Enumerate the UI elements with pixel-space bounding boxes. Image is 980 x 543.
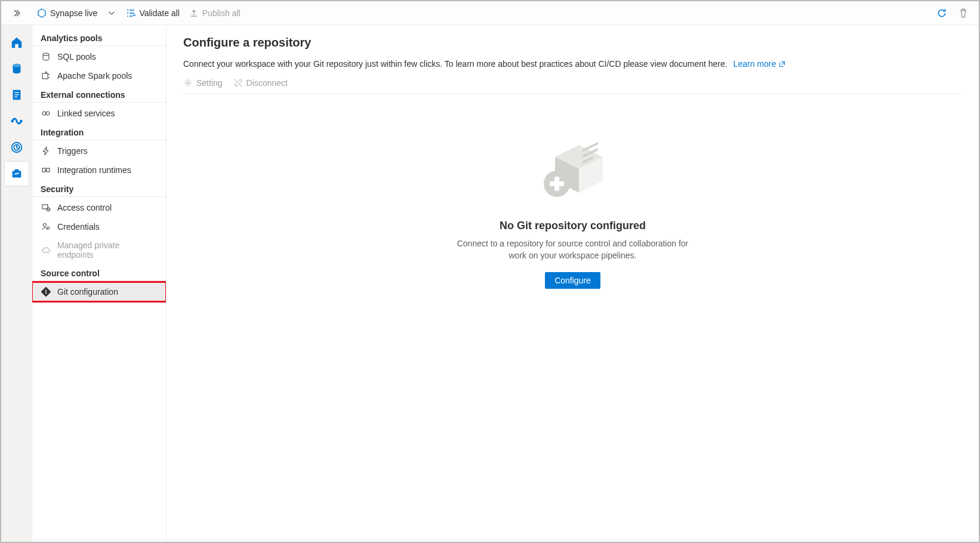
svg-point-7 — [11, 120, 14, 123]
empty-illustration — [534, 136, 612, 208]
svg-point-8 — [20, 120, 23, 123]
delete-button[interactable] — [953, 2, 974, 24]
svg-rect-18 — [47, 168, 50, 172]
sidebar-item-access-control[interactable]: Access control — [32, 198, 166, 217]
svg-rect-5 — [14, 94, 19, 95]
learn-more-link[interactable]: Learn more — [734, 59, 787, 69]
external-link-icon — [778, 60, 786, 68]
rail-develop[interactable] — [4, 82, 29, 107]
svg-rect-4 — [14, 92, 19, 92]
empty-heading: No Git repository configured — [500, 220, 646, 232]
disconnect-icon — [233, 78, 243, 88]
sidebar-item-sql-pools[interactable]: SQL pools — [32, 47, 166, 66]
checklist-icon — [126, 8, 135, 18]
action-row: Setting Disconnect — [183, 75, 962, 94]
sidebar-item-label: Git configuration — [57, 287, 118, 297]
rail-integrate[interactable] — [4, 109, 29, 134]
setting-button: Setting — [183, 78, 223, 88]
sidebar-item-label: Credentials — [57, 222, 100, 232]
svg-rect-14 — [42, 73, 48, 79]
validate-all-label: Validate all — [139, 8, 179, 18]
cloud-icon — [41, 245, 51, 255]
svg-point-13 — [43, 53, 49, 55]
publish-all-button: Publish all — [184, 1, 245, 24]
rail-monitor[interactable] — [4, 135, 29, 160]
sidebar-item-apache-spark-pools[interactable]: Apache Spark pools — [32, 66, 166, 85]
svg-rect-6 — [14, 97, 17, 97]
svg-point-16 — [46, 112, 50, 115]
rail-data[interactable] — [4, 56, 29, 81]
sidebar-item-managed-private-endpoints: Managed private endpoints — [32, 236, 166, 264]
spark-pools-icon — [41, 70, 51, 81]
svg-point-26 — [187, 82, 189, 84]
sql-pools-icon — [41, 51, 51, 62]
main-content: Configure a repository Connect your work… — [167, 25, 979, 542]
linked-services-icon — [41, 108, 51, 119]
svg-point-2 — [13, 64, 20, 67]
hexagon-icon — [37, 8, 47, 18]
configure-button[interactable]: Configure — [545, 272, 600, 289]
svg-point-20 — [47, 208, 50, 211]
rail-header — [1, 6, 32, 20]
gear-icon — [183, 78, 193, 88]
upload-icon — [189, 8, 199, 18]
credentials-icon — [41, 221, 51, 232]
section-analytics-pools: Analytics pools — [32, 33, 166, 46]
sidebar-item-git-configuration[interactable]: Git configuration — [32, 282, 166, 301]
publish-all-label: Publish all — [202, 8, 241, 18]
chevron-down-icon — [107, 8, 116, 18]
refresh-button[interactable] — [931, 2, 953, 24]
body: Analytics pools SQL pools Apache Spark p… — [1, 25, 979, 542]
section-source-control: Source control — [32, 264, 166, 281]
sidebar-item-label: Access control — [57, 203, 112, 212]
disconnect-button: Disconnect — [233, 78, 288, 88]
empty-subtext: Connect to a repository for source contr… — [448, 238, 698, 261]
manage-sidebar: Analytics pools SQL pools Apache Spark p… — [32, 25, 167, 542]
top-command-bar: Synapse live Validate all Publish all — [1, 1, 979, 25]
sidebar-item-label: Managed private endpoints — [57, 240, 158, 260]
expand-rail-button[interactable] — [10, 6, 24, 20]
sidebar-item-label: Triggers — [57, 146, 88, 156]
section-security: Security — [32, 180, 166, 197]
integration-runtimes-icon — [41, 165, 51, 175]
validate-all-button[interactable]: Validate all — [121, 1, 184, 24]
triggers-icon — [41, 146, 51, 156]
svg-point-21 — [44, 224, 47, 227]
section-external-connections: External connections — [32, 85, 166, 103]
rail-manage[interactable] — [4, 161, 29, 186]
setting-label: Setting — [196, 78, 223, 88]
workspace-mode-label: Synapse live — [50, 8, 97, 18]
workspace-mode-dropdown[interactable]: Synapse live — [32, 1, 121, 24]
sidebar-item-triggers[interactable]: Triggers — [32, 141, 166, 161]
svg-rect-12 — [14, 169, 19, 172]
sidebar-item-integration-runtimes[interactable]: Integration runtimes — [32, 161, 166, 180]
sidebar-item-label: SQL pools — [57, 52, 96, 61]
section-integration: Integration — [32, 123, 166, 140]
git-icon — [41, 286, 51, 297]
sidebar-item-label: Integration runtimes — [57, 165, 131, 175]
svg-point-22 — [47, 227, 50, 229]
sidebar-item-label: Apache Spark pools — [57, 71, 132, 81]
page-title: Configure a repository — [183, 36, 962, 50]
page-description: Connect your workspace with your Git rep… — [183, 59, 962, 69]
empty-state: No Git repository configured Connect to … — [183, 106, 962, 542]
sidebar-item-label: Linked services — [57, 109, 115, 118]
disconnect-label: Disconnect — [246, 78, 288, 88]
left-rail — [1, 25, 32, 542]
svg-rect-17 — [42, 168, 45, 172]
svg-point-15 — [42, 112, 46, 115]
rail-home[interactable] — [4, 30, 29, 55]
sidebar-item-credentials[interactable]: Credentials — [32, 217, 166, 236]
svg-marker-0 — [38, 9, 45, 17]
sidebar-item-linked-services[interactable]: Linked services — [32, 104, 166, 123]
svg-rect-35 — [550, 181, 564, 186]
access-control-icon — [41, 202, 51, 213]
